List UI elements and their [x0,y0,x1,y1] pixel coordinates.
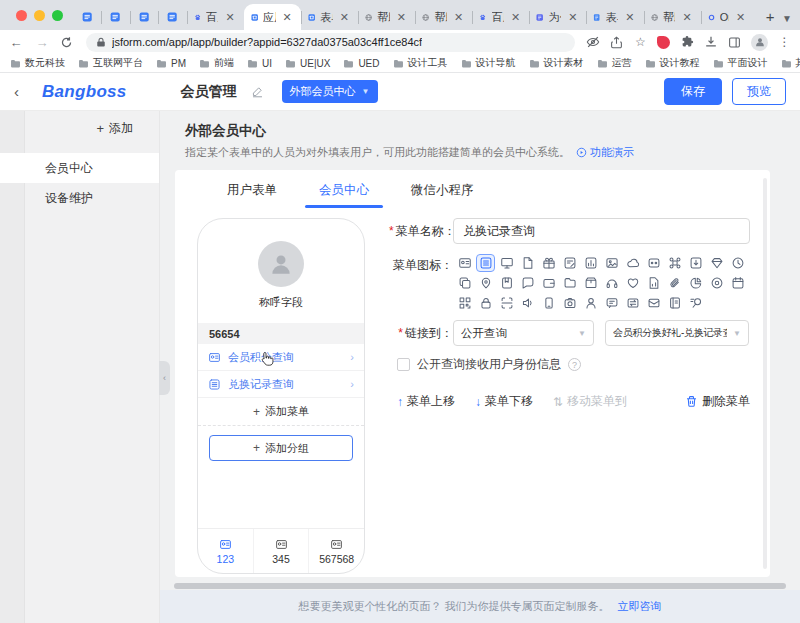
icon-option-badge-face[interactable] [644,254,663,272]
reload-icon[interactable] [60,36,76,49]
close-tab-icon[interactable]: ✕ [281,11,294,24]
browser-tab[interactable]: 为何✕ [529,4,586,30]
icon-option-user[interactable] [581,294,600,312]
card-tab-inactive[interactable]: 用户表单 [213,180,291,208]
bookmark-item[interactable]: UE|UX [285,58,330,69]
icon-option-package[interactable] [581,274,600,292]
icon-option-phone[interactable] [539,294,558,312]
identity-checkbox[interactable] [397,358,410,371]
icon-option-transfer[interactable] [623,294,642,312]
card-tab-inactive[interactable]: 微信小程序 [397,180,488,208]
zoom-window-icon[interactable] [52,10,63,21]
pinned-browser-tab[interactable] [130,4,158,30]
back-icon[interactable]: ← [8,35,24,50]
app-back-chevron-icon[interactable]: ‹ [14,83,32,100]
bookmark-item[interactable]: 数元科技 [10,56,65,70]
icon-option-scan[interactable] [497,294,516,312]
bookmark-star-icon[interactable]: ☆ [633,35,648,50]
extensions-puzzle-icon[interactable] [679,35,694,50]
icon-option-search[interactable] [686,294,705,312]
browser-profile-avatar[interactable] [751,34,768,51]
icon-option-gift[interactable] [539,254,558,272]
icon-option-file[interactable] [518,254,537,272]
forward-icon[interactable]: → [34,35,50,50]
sidebar-item-inactive[interactable]: 设备维护 [0,183,159,213]
bookmark-item[interactable]: 设计工具 [393,56,448,70]
bookmark-item[interactable]: UED [343,58,379,69]
bookmark-item[interactable]: 运营 [597,56,632,70]
close-tab-icon[interactable]: ✕ [734,11,747,24]
downloads-icon[interactable] [703,35,718,50]
card-vertical-scrollbar[interactable] [763,178,767,569]
icon-option-heart[interactable] [623,274,642,292]
icon-option-folder[interactable] [560,274,579,292]
icon-option-speaker[interactable] [518,294,537,312]
icon-option-monitor[interactable] [497,254,516,272]
close-tab-icon[interactable]: ✕ [223,11,236,24]
bookmark-item[interactable]: 前端 [199,56,234,70]
link-type-select[interactable]: 公开查询 ▼ [453,320,594,346]
close-window-icon[interactable] [16,10,27,21]
close-tab-icon[interactable]: ✕ [680,11,693,24]
reading-list-icon[interactable] [727,35,742,50]
icon-option-location[interactable] [476,274,495,292]
icon-option-lock[interactable] [476,294,495,312]
close-tab-icon[interactable]: ✕ [509,11,522,24]
browser-tab[interactable]: 百度✕ [472,4,529,30]
edit-title-pencil-icon[interactable] [251,85,264,98]
preview-button[interactable]: 预览 [732,78,786,105]
close-tab-icon[interactable]: ✕ [452,11,465,24]
bookmark-item[interactable]: 设计教程 [645,56,700,70]
icon-option-camera[interactable] [560,294,579,312]
menu-name-input[interactable]: 兑换记录查询 [453,218,750,244]
icon-option-paperclip[interactable] [665,274,684,292]
browser-menu-icon[interactable]: ⋮ [777,35,792,50]
window-controls[interactable] [10,0,73,30]
icon-option-calendar[interactable] [728,274,747,292]
icon-option-mail-send[interactable] [644,294,663,312]
icon-option-chat[interactable] [518,274,537,292]
pinned-browser-tab[interactable] [158,4,186,30]
sidebar-item-active[interactable]: 会员中心 [0,153,159,183]
icon-option-command[interactable] [665,254,684,272]
bookmark-item[interactable]: 平面设计 [713,56,768,70]
close-tab-icon[interactable]: ✕ [566,11,579,24]
new-tab-button[interactable]: + [758,4,782,28]
browser-tab[interactable]: 帮助✕ [358,4,415,30]
sidebar-collapse-handle[interactable]: ‹ [159,361,170,395]
eye-off-icon[interactable] [585,35,600,50]
bookmark-item[interactable]: UI [247,58,272,69]
share-icon[interactable] [609,35,624,50]
move-menu-down-button[interactable]: ↓ 菜单下移 [475,393,533,410]
icon-option-headset[interactable] [602,274,621,292]
horizontal-scrollbar-thumb[interactable] [174,583,786,589]
icon-option-gem[interactable] [707,254,726,272]
icon-option-book[interactable] [665,294,684,312]
icon-option-bookmark[interactable] [497,274,516,292]
scene-selector-pill[interactable]: 外部会员中心 ▼ [282,80,378,103]
add-group-button[interactable]: + 添加分组 [209,435,353,461]
icon-option-image[interactable] [602,254,621,272]
icon-option-copy[interactable] [455,274,474,292]
minimize-window-icon[interactable] [34,10,45,21]
move-menu-to-button[interactable]: ⇅ 移动菜单到 [553,393,627,410]
link-target-select[interactable]: 会员积分换好礼-兑换记录查询 ▼ [605,320,749,346]
menu-group-title[interactable]: 56654 [198,323,364,344]
card-tab-active[interactable]: 会员中心 [305,180,383,208]
icon-option-clock[interactable] [728,254,747,272]
horizontal-scrollbar[interactable] [172,582,788,590]
feature-demo-link[interactable]: 功能演示 [576,145,634,160]
close-tab-icon[interactable]: ✕ [338,11,351,24]
bookmark-item[interactable]: 其他 [781,56,800,70]
add-menu-button[interactable]: + 添加菜单 [198,398,364,426]
icon-option-wallet[interactable] [539,274,558,292]
browser-tab[interactable]: 帮助✕ [415,4,472,30]
help-question-icon[interactable]: ? [568,358,581,371]
huaban-extension-icon[interactable] [657,36,670,49]
icon-option-id-card[interactable] [455,254,474,272]
phone-bottom-tab[interactable]: 567568 [308,529,364,573]
add-scene-button[interactable]: + 添加 [0,111,159,145]
bookmark-item[interactable]: 设计导航 [461,56,516,70]
bookmark-item[interactable]: PM [156,58,186,69]
bookmark-item[interactable]: 互联网平台 [78,56,143,70]
